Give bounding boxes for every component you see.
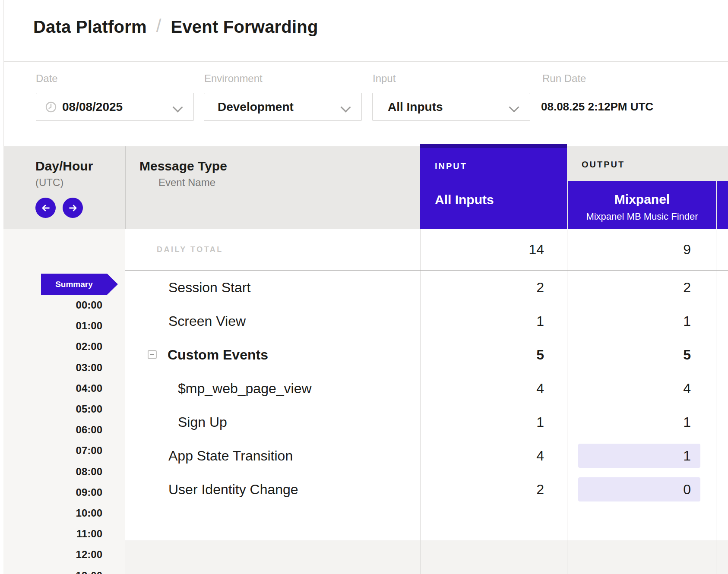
daily-total-row: DAILY TOTAL 14 9: [125, 229, 728, 271]
row-input-value: 1: [420, 304, 544, 338]
hour-slot-12[interactable]: 12:00: [3, 544, 102, 565]
table-row-app-state-transition: App State Transition 4 1: [125, 439, 728, 473]
summary-badge[interactable]: Summary: [41, 274, 118, 295]
output-column-header-mixpanel[interactable]: Mixpanel Mixpanel MB Music Finder: [568, 181, 716, 229]
input-value: All Inputs: [388, 93, 443, 120]
row-label: Sign Up: [178, 405, 227, 439]
breadcrumb: Data Platform / Event Forwarding: [33, 16, 318, 37]
date-dropdown[interactable]: 08/08/2025: [36, 93, 194, 121]
row-input-value: 1: [420, 405, 544, 439]
page-title: Event Forwarding: [171, 17, 318, 37]
highlighted-output-cell[interactable]: 1: [578, 444, 700, 468]
date-filter-label: Date: [36, 73, 58, 85]
hour-slot-06[interactable]: 06:00: [3, 419, 102, 440]
summary-badge-label: Summary: [41, 274, 107, 295]
input-filter-label: Input: [373, 73, 396, 85]
output-column-subtitle: Mixpanel MB Music Finder: [568, 211, 716, 222]
hour-rail: Summary 00:00 01:00 02:00 03:00 04:00 05…: [3, 229, 125, 574]
row-output-value: 1: [578, 444, 691, 468]
previous-day-button[interactable]: [35, 198, 56, 218]
row-output-value: 4: [568, 372, 691, 405]
header-divider: [3, 61, 728, 62]
row-label: Screen View: [168, 304, 246, 338]
table-row-user-identity-change: User Identity Change 2 0: [125, 473, 728, 506]
row-input-value: 5: [420, 338, 544, 372]
clock-icon: [45, 101, 57, 113]
table-row-custom-events: Custom Events 5 5: [125, 338, 728, 372]
row-input-value: 4: [420, 439, 544, 473]
arrow-right-icon: [67, 202, 79, 214]
row-output-value: 0: [578, 477, 691, 501]
output-group-label: OUTPUT: [582, 160, 625, 170]
hour-slot-11[interactable]: 11:00: [3, 524, 102, 544]
daily-total-output-value: 9: [568, 229, 691, 270]
input-column-name: All Inputs: [435, 192, 494, 207]
row-input-value: 2: [420, 271, 544, 304]
environment-dropdown[interactable]: Development: [204, 93, 362, 121]
row-output-value: 1: [568, 405, 691, 439]
hour-slot-01[interactable]: 01:00: [3, 315, 102, 336]
hour-slot-09[interactable]: 09:00: [3, 482, 102, 503]
environment-value: Development: [218, 93, 294, 120]
input-column-header: INPUT All Inputs: [420, 144, 567, 229]
hour-slot-10[interactable]: 10:00: [3, 503, 102, 524]
chevron-down-icon: [172, 102, 183, 112]
table-row-sign-up: Sign Up 1 1: [125, 405, 728, 439]
row-input-value: 4: [420, 372, 544, 405]
row-label: Session Start: [168, 271, 250, 304]
highlighted-output-cell[interactable]: 0: [578, 477, 700, 501]
row-input-value: 2: [420, 473, 544, 506]
hour-slot-00[interactable]: 00:00: [3, 295, 102, 315]
daily-total-label: DAILY TOTAL: [157, 229, 223, 270]
hour-slot-08[interactable]: 08:00: [3, 461, 102, 482]
input-column-accent-strip: [420, 144, 567, 148]
breadcrumb-section[interactable]: Data Platform: [33, 17, 147, 37]
row-output-value: 1: [568, 304, 691, 338]
breadcrumb-separator: /: [156, 16, 161, 36]
event-name-column-subtitle: Event Name: [158, 177, 215, 188]
event-forwarding-page: Data Platform / Event Forwarding Date 08…: [0, 0, 728, 574]
hour-slot-04[interactable]: 04:00: [3, 378, 102, 399]
day-hour-column-title: Day/Hour: [35, 160, 93, 173]
hour-slot-03[interactable]: 03:00: [3, 357, 102, 378]
row-label: Custom Events: [168, 338, 268, 372]
arrow-left-icon: [40, 202, 51, 214]
row-label: User Identity Change: [168, 473, 298, 506]
row-label: $mp_web_page_view: [178, 372, 312, 405]
run-date-label: Run Date: [542, 73, 586, 85]
output-column-header-partial: [717, 181, 728, 229]
daily-total-input-value: 14: [420, 229, 544, 270]
table-row-session-start: Session Start 2 2: [125, 271, 728, 304]
input-dropdown[interactable]: All Inputs: [372, 93, 530, 121]
chevron-down-icon: [509, 102, 519, 112]
next-day-button[interactable]: [63, 198, 83, 218]
message-type-column-title: Message Type: [139, 160, 227, 173]
table-row-mp-web-page-view: $mp_web_page_view 4 4: [125, 372, 728, 405]
date-value: 08/08/2025: [62, 93, 123, 120]
table-row-screen-view: Screen View 1 1: [125, 304, 728, 338]
hour-slot-02[interactable]: 02:00: [3, 336, 102, 357]
hour-slot-07[interactable]: 07:00: [3, 440, 102, 461]
hour-slot-05[interactable]: 05:00: [3, 399, 102, 419]
row-output-value: 2: [568, 271, 691, 304]
row-label: App State Transition: [168, 439, 293, 473]
run-date-value: 08.08.25 2:12PM UTC: [541, 93, 653, 121]
environment-filter-label: Environment: [204, 73, 263, 85]
day-hour-column-subtitle: (UTC): [35, 177, 63, 188]
row-output-value: 5: [568, 338, 691, 372]
table-footer-area: [125, 540, 728, 574]
input-group-label: INPUT: [435, 161, 467, 171]
hour-slot-13[interactable]: 13:00: [3, 565, 102, 574]
output-column-name: Mixpanel: [568, 192, 716, 207]
chevron-down-icon: [340, 102, 351, 112]
collapse-icon[interactable]: [148, 350, 157, 359]
header-column-divider: [125, 146, 126, 229]
